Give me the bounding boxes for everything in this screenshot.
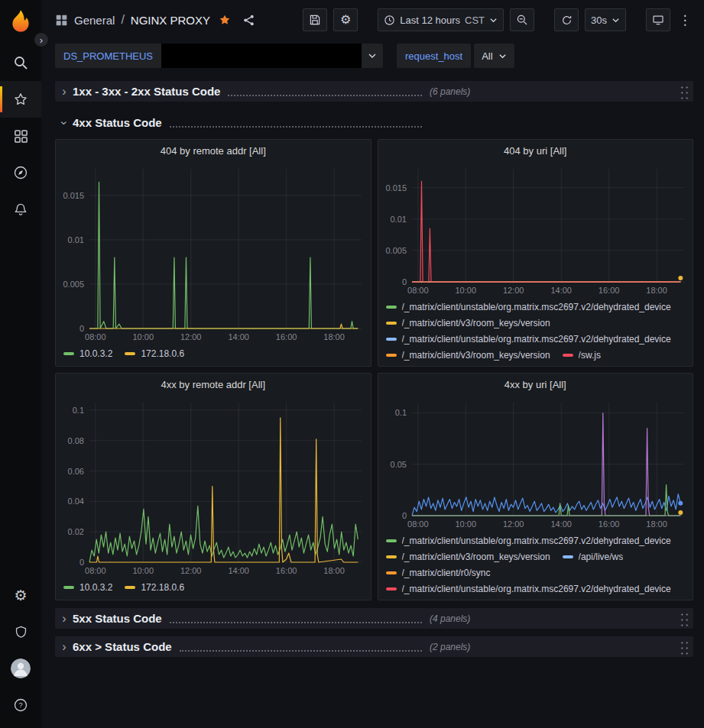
sidebar-expand-button[interactable]: › bbox=[34, 32, 49, 47]
grafana-logo[interactable] bbox=[5, 6, 36, 37]
legend-item[interactable]: /_matrix/client/v3/room_keys/version bbox=[386, 548, 550, 565]
panel-4xx-by-remote-addr: 4xx by remote addr [All] 00.020.040.060.… bbox=[55, 373, 371, 600]
legend-item[interactable]: /_matrix/client/unstable/org.matrix.msc2… bbox=[386, 532, 671, 548]
svg-text:12:00: 12:00 bbox=[180, 566, 202, 575]
sidebar-item-explore[interactable] bbox=[0, 154, 41, 191]
star-icon bbox=[13, 92, 28, 107]
legend-swatch bbox=[63, 586, 74, 589]
variable-value-request-host[interactable]: All bbox=[474, 44, 514, 68]
legend-item[interactable]: 10.0.3.2 bbox=[63, 579, 112, 595]
svg-text:0: 0 bbox=[401, 511, 406, 520]
sidebar: ⚙ ? bbox=[0, 0, 41, 728]
row-1xx-3xx-2xx[interactable]: › 1xx - 3xx - 2xx Status Code (6 panels) bbox=[55, 81, 693, 102]
legend-item[interactable]: /_matrix/client/unstable/org.matrix.msc2… bbox=[386, 581, 671, 597]
refresh-button[interactable] bbox=[554, 8, 579, 31]
legend-item[interactable]: /_matrix/client/v3/room_keys/version bbox=[386, 315, 550, 331]
panel-grid: 404 by remote addr [All] 00.0050.010.015… bbox=[55, 139, 693, 600]
svg-text:10:00: 10:00 bbox=[455, 286, 476, 295]
legend-item[interactable]: /_matrix/client/unstable/org.matrix.msc2… bbox=[386, 331, 671, 347]
save-icon bbox=[309, 14, 321, 26]
sidebar-item-help[interactable]: ? bbox=[0, 687, 41, 723]
variable-value-ds-prometheus[interactable] bbox=[161, 44, 362, 68]
row-5xx[interactable]: › 5xx Status Code (4 panels) bbox=[55, 608, 693, 629]
sidebar-item-dashboards[interactable] bbox=[0, 118, 41, 154]
legend-item[interactable]: 172.18.0.6 bbox=[125, 345, 184, 361]
svg-text:0.01: 0.01 bbox=[68, 235, 84, 244]
svg-text:0.1: 0.1 bbox=[394, 408, 406, 417]
chart-area: 00.0050.010.01508:0010:0012:0014:0016:00… bbox=[56, 161, 371, 344]
row-panel-count: (6 panels) bbox=[430, 86, 470, 97]
svg-text:0.1: 0.1 bbox=[73, 406, 84, 415]
variable-dropdown-caret[interactable] bbox=[362, 44, 383, 68]
sidebar-item-alerting[interactable] bbox=[0, 191, 41, 228]
dashboard-settings-button[interactable]: ⚙ bbox=[333, 8, 358, 31]
svg-text:0.06: 0.06 bbox=[68, 467, 84, 476]
svg-text:0.005: 0.005 bbox=[385, 246, 407, 255]
chevron-right-icon: › bbox=[58, 612, 70, 626]
row-title: 4xx Status Code bbox=[73, 116, 162, 129]
sidebar-item-starred[interactable] bbox=[0, 81, 41, 118]
legend-label: 10.0.3.2 bbox=[79, 348, 112, 359]
legend-label: 172.18.0.6 bbox=[141, 348, 184, 359]
sidebar-item-server-admin[interactable] bbox=[0, 613, 41, 650]
svg-text:0.02: 0.02 bbox=[68, 527, 84, 536]
kebab-menu-button[interactable]: ⋮ bbox=[676, 8, 693, 31]
chevron-down-icon: › bbox=[57, 117, 71, 129]
chevron-down-icon bbox=[498, 52, 507, 60]
grafana-flame-icon bbox=[8, 8, 34, 34]
avatar bbox=[11, 658, 31, 678]
legend-item[interactable]: /_matrix/client/r0/sync bbox=[386, 565, 491, 581]
legend-item[interactable]: 10.0.3.2 bbox=[63, 345, 112, 361]
legend-item[interactable]: /_matrix/client/v3/room_keys/version bbox=[386, 347, 550, 363]
breadcrumb-folder[interactable]: General bbox=[74, 14, 115, 27]
variable-label-ds-prometheus[interactable]: DS_PROMETHEUS bbox=[55, 44, 161, 68]
svg-text:16:00: 16:00 bbox=[598, 519, 619, 529]
legend-item[interactable]: 172.18.0.6 bbox=[125, 579, 184, 595]
row-dots bbox=[180, 642, 422, 652]
kebab-icon: ⋮ bbox=[679, 12, 692, 28]
panel-title[interactable]: 404 by uri [All] bbox=[378, 140, 693, 161]
panel-404-by-remote-addr: 404 by remote addr [All] 00.0050.010.015… bbox=[55, 139, 371, 367]
panel-title[interactable]: 404 by remote addr [All] bbox=[56, 140, 371, 161]
row-6xx[interactable]: › 6xx > Status Code (2 panels) bbox=[55, 636, 693, 657]
row-4xx[interactable]: › 4xx Status Code bbox=[55, 112, 693, 133]
svg-text:14:00: 14:00 bbox=[228, 332, 249, 341]
time-zone-label: CST bbox=[465, 15, 485, 26]
legend-item[interactable]: /sw.js bbox=[563, 347, 601, 363]
refresh-interval-picker[interactable]: 30s bbox=[585, 8, 626, 31]
zoom-out-button[interactable] bbox=[510, 8, 534, 31]
row-dots bbox=[170, 614, 422, 623]
svg-text:12:00: 12:00 bbox=[180, 332, 202, 341]
panel-legend: 10.0.3.2172.18.0.6 bbox=[56, 578, 371, 600]
save-dashboard-button[interactable] bbox=[303, 8, 327, 31]
chevron-down-icon bbox=[368, 51, 377, 60]
legend-item[interactable]: /_matrix/client/unstable/org.matrix.msc2… bbox=[386, 299, 671, 315]
row-dots bbox=[170, 118, 422, 128]
drag-handle-icon[interactable] bbox=[679, 610, 689, 627]
svg-text:0: 0 bbox=[401, 277, 406, 286]
legend-label: /_matrix/client/unstable/org.matrix.msc2… bbox=[402, 584, 671, 594]
drag-handle-icon[interactable] bbox=[679, 639, 689, 655]
dashboard-title[interactable]: NGINX PROXY bbox=[131, 14, 210, 27]
row-panel-count: (4 panels) bbox=[430, 613, 470, 624]
chart-area: 00.0050.010.01508:0010:0012:0014:0016:00… bbox=[378, 161, 693, 297]
drag-handle-icon[interactable] bbox=[679, 83, 689, 100]
sidebar-item-search[interactable] bbox=[0, 44, 41, 81]
panel-title[interactable]: 4xx by remote addr [All] bbox=[56, 374, 371, 395]
help-icon: ? bbox=[13, 697, 28, 713]
tv-mode-button[interactable] bbox=[646, 8, 670, 31]
variable-label-request-host[interactable]: request_host bbox=[397, 44, 471, 68]
panel-legend: /_matrix/client/unstable/org.matrix.msc2… bbox=[378, 531, 693, 600]
sidebar-item-configuration[interactable]: ⚙ bbox=[0, 577, 41, 613]
legend-swatch bbox=[386, 354, 397, 357]
favorite-star-button[interactable] bbox=[218, 13, 232, 27]
panel-title[interactable]: 4xx by uri [All] bbox=[378, 374, 693, 395]
share-dashboard-button[interactable] bbox=[242, 14, 255, 27]
svg-text:16:00: 16:00 bbox=[276, 566, 297, 575]
row-title: 1xx - 3xx - 2xx Status Code bbox=[73, 85, 220, 98]
sidebar-item-profile[interactable] bbox=[0, 650, 41, 687]
time-range-picker[interactable]: Last 12 hours CST bbox=[378, 8, 504, 31]
chart-area: 00.020.040.060.080.108:0010:0012:0014:00… bbox=[56, 395, 371, 578]
legend-item[interactable]: /api/live/ws bbox=[563, 548, 624, 565]
gear-icon: ⚙ bbox=[340, 14, 351, 26]
